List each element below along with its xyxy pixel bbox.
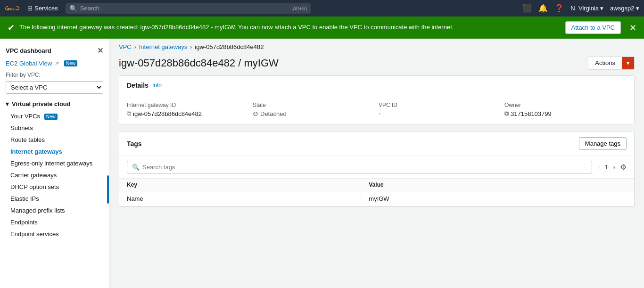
details-panel: Details Info Internet gateway ID ⧉ igw-0…: [119, 75, 635, 124]
sidebar-item-managed-prefix-lists[interactable]: Managed prefix lists: [0, 205, 109, 216]
tags-panel: Tags Manage tags 🔍 ‹ 1 › ⚙ Key: [119, 131, 635, 207]
ec2-new-badge: New: [64, 60, 77, 66]
section-chevron-icon: ▾: [6, 100, 9, 107]
section-vpc-label: Virtual private cloud: [12, 100, 71, 107]
external-link-icon: ↗: [55, 60, 59, 66]
pagination: ‹ 1 › ⚙: [596, 163, 627, 172]
page-header: igw-057d28b86dc84e482 / myIGW Actions ▾: [109, 53, 644, 75]
sidebar-item-label: Internet gateways: [10, 148, 62, 155]
sidebar-item-label: Endpoints: [10, 219, 38, 226]
bell-icon[interactable]: 🔔: [538, 4, 548, 13]
breadcrumb-sep-1: ›: [134, 44, 136, 50]
region-chevron: ▾: [600, 5, 603, 12]
prev-page-button[interactable]: ‹: [596, 163, 602, 172]
sidebar-item-endpoint-services[interactable]: Endpoint services: [0, 228, 109, 240]
details-panel-header: Details Info: [119, 76, 634, 95]
help-icon[interactable]: ❓: [554, 4, 564, 13]
breadcrumb-internet-gateways[interactable]: Internet gateways: [139, 43, 188, 50]
attach-vpc-button[interactable]: Attach to a VPC: [565, 21, 621, 34]
nav-icons: ⬛ 🔔 ❓ N. Virginia ▾ awsgsp2 ▾: [522, 4, 639, 13]
breadcrumb-gateway-id: igw-057d28b86dc84e482: [195, 43, 264, 50]
detail-state: State ⊖ Detached: [253, 102, 375, 117]
top-navigation: aws ⊞ Services 🔍 [Alt+S] ⬛ 🔔 ❓ N. Virgin…: [0, 0, 644, 16]
info-link[interactable]: Info: [152, 82, 162, 89]
vpcs-new-badge: New: [44, 114, 58, 120]
sidebar-item-label: Your VPCs: [10, 113, 40, 120]
page-number: 1: [605, 164, 608, 171]
gateway-id-value: ⧉ igw-057d28b86dc84e482: [127, 110, 249, 117]
vpc-filter[interactable]: Select a VPC: [0, 79, 109, 98]
sidebar-item-dhcp-options[interactable]: DHCP option sets: [0, 181, 109, 193]
state-icon: ⊖: [253, 110, 258, 117]
vpc-id-label: VPC ID: [379, 102, 501, 108]
state-text: Detached: [260, 110, 287, 117]
sidebar-item-subnets[interactable]: Subnets: [0, 122, 109, 134]
search-bar[interactable]: 🔍 [Alt+S]: [66, 3, 311, 14]
tags-search-input[interactable]: [142, 164, 587, 171]
detail-owner: Owner ⧉ 317158103799: [504, 102, 627, 117]
gateway-id-label: Internet gateway ID: [127, 102, 249, 108]
search-shortcut: [Alt+S]: [291, 6, 307, 11]
actions-button[interactable]: Actions ▾: [588, 56, 635, 70]
vpc-select[interactable]: Select a VPC: [6, 81, 103, 94]
manage-tags-button[interactable]: Manage tags: [579, 137, 627, 150]
sidebar-item-label: Egress-only internet gateways: [10, 160, 92, 167]
state-value: ⊖ Detached: [253, 110, 375, 117]
page-title: igw-057d28b86dc84e482 / myIGW: [119, 57, 279, 69]
owner-label: Owner: [504, 102, 627, 108]
services-button[interactable]: ⊞ Services: [25, 5, 61, 12]
sidebar-item-label: Subnets: [10, 124, 33, 132]
actions-caret-icon[interactable]: ▾: [622, 57, 634, 69]
success-banner: ✔ The following internet gateway was cre…: [0, 16, 644, 39]
tags-search-icon: 🔍: [132, 164, 140, 171]
banner-close-icon[interactable]: ✕: [629, 23, 636, 33]
vpc-id-value: -: [379, 110, 501, 117]
breadcrumb-vpc[interactable]: VPC: [119, 43, 132, 50]
terminal-icon[interactable]: ⬛: [522, 4, 532, 13]
sidebar-item-egress-gateways[interactable]: Egress-only internet gateways: [0, 157, 109, 169]
col-value-header: Value: [361, 179, 634, 191]
sidebar-close-button[interactable]: ✕: [97, 46, 103, 55]
sidebar-item-endpoints[interactable]: Endpoints: [0, 216, 109, 228]
tags-table: Key Value Name myIGW: [119, 178, 634, 206]
col-key-header: Key: [119, 179, 361, 191]
sidebar-item-route-tables[interactable]: Route tables: [0, 134, 109, 146]
grid-icon: ⊞: [27, 5, 33, 12]
next-page-button[interactable]: ›: [611, 163, 617, 172]
column-settings-icon[interactable]: ⚙: [620, 163, 627, 172]
main-layout: VPC dashboard ✕ EC2 Global View ↗ New Fi…: [0, 39, 644, 288]
ec2-global-link[interactable]: EC2 Global View: [6, 60, 52, 67]
sidebar: VPC dashboard ✕ EC2 Global View ↗ New Fi…: [0, 39, 109, 288]
search-icon: 🔍: [69, 5, 77, 12]
copy-icon-gateway[interactable]: ⧉: [127, 110, 131, 117]
sidebar-item-your-vpcs[interactable]: Your VPCs New: [0, 110, 109, 122]
owner-text: 317158103799: [511, 110, 552, 117]
sidebar-item-label: Elastic IPs: [10, 195, 39, 202]
search-input[interactable]: [80, 5, 289, 12]
sidebar-item-carrier-gateways[interactable]: Carrier gateways: [0, 169, 109, 181]
owner-value: ⧉ 317158103799: [504, 110, 627, 117]
sidebar-item-label: Carrier gateways: [10, 172, 57, 179]
aws-logo[interactable]: aws: [5, 4, 20, 13]
detail-gateway-id: Internet gateway ID ⧉ igw-057d28b86dc84e…: [127, 102, 249, 117]
tag-value-cell: myIGW: [361, 191, 634, 206]
tags-title: Tags: [127, 140, 142, 148]
region-selector[interactable]: N. Virginia ▾: [570, 5, 603, 12]
details-grid: Internet gateway ID ⧉ igw-057d28b86dc84e…: [119, 95, 634, 124]
tags-search-row: 🔍 ‹ 1 › ⚙: [119, 156, 634, 178]
tags-search-bar[interactable]: 🔍: [127, 161, 592, 173]
sidebar-section-vpc[interactable]: ▾ Virtual private cloud: [0, 98, 109, 110]
banner-message: The following internet gateway was creat…: [19, 23, 561, 32]
filter-label: Filter by VPC:: [0, 70, 109, 79]
sidebar-item-elastic-ips[interactable]: Elastic IPs: [0, 193, 109, 205]
sidebar-item-label: Managed prefix lists: [10, 207, 65, 214]
user-menu[interactable]: awsgsp2 ▾: [610, 5, 639, 12]
sidebar-item-internet-gateways[interactable]: Internet gateways: [0, 146, 109, 157]
sidebar-item-label: DHCP option sets: [10, 183, 59, 190]
sidebar-item-label: Endpoint services: [10, 230, 59, 238]
svg-text:aws: aws: [7, 7, 15, 11]
state-label: State: [253, 102, 375, 108]
sidebar-title: VPC dashboard: [6, 47, 51, 54]
copy-icon-owner[interactable]: ⧉: [504, 110, 509, 117]
tags-table-header: Key Value: [119, 179, 634, 191]
